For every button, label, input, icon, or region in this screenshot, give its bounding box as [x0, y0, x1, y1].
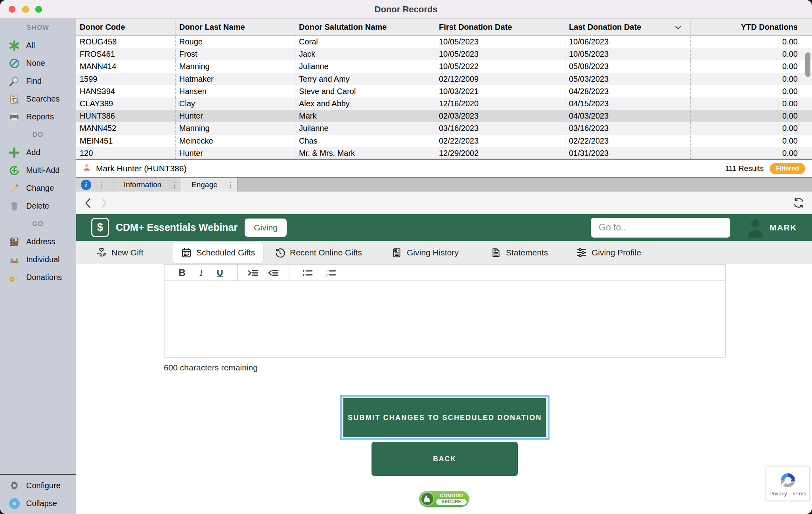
table-row-1599[interactable]: 1599HatmakerTerry and Amy02/12/200905/03…: [76, 73, 812, 85]
username-label[interactable]: MARK: [770, 223, 797, 232]
comodo-secure-badge[interactable]: COMODO SECURE: [419, 491, 469, 507]
cell-last[interactable]: Manning: [175, 60, 295, 73]
user-avatar[interactable]: [746, 218, 764, 238]
back-nav-icon[interactable]: [83, 197, 94, 209]
cell-first_date[interactable]: 10/05/2023: [435, 48, 565, 60]
sidebar-item-searches[interactable]: Searches: [0, 90, 76, 108]
column-header-donor-salutation-name[interactable]: Donor Salutation Name: [295, 19, 435, 35]
refresh-icon[interactable]: [793, 197, 805, 209]
cell-last[interactable]: Hatmaker: [175, 73, 295, 85]
cell-salutation[interactable]: Julianne: [295, 60, 435, 73]
info-tab[interactable]: i ⋮: [76, 178, 113, 192]
recaptcha-badge[interactable]: Privacy - Terms: [766, 467, 810, 501]
cell-first_date[interactable]: 03/16/2023: [435, 122, 565, 134]
cell-salutation[interactable]: Steve and Carol: [295, 85, 435, 98]
cell-last_date[interactable]: 01/31/2023: [565, 147, 690, 159]
cell-last[interactable]: Hunter: [175, 110, 295, 122]
giving-tab-giving-profile[interactable]: Giving Profile: [576, 241, 641, 264]
cell-ytd[interactable]: 0.00: [690, 147, 802, 159]
message-textarea[interactable]: [164, 280, 726, 358]
giving-tab-new-gift[interactable]: New Gift: [96, 241, 144, 264]
goto-search-input[interactable]: [591, 218, 730, 238]
kebab-menu-icon[interactable]: ⋮: [98, 181, 105, 189]
giving-badge[interactable]: Giving: [245, 219, 287, 237]
cell-first_date[interactable]: 10/03/2021: [435, 85, 565, 98]
cell-ytd[interactable]: 0.00: [690, 60, 802, 73]
cell-salutation[interactable]: Mr. & Mrs. Mark: [295, 147, 435, 159]
cell-salutation[interactable]: Alex and Abby: [295, 98, 435, 110]
cell-first_date[interactable]: 12/29/2002: [435, 147, 565, 159]
cell-ytd[interactable]: 0.00: [690, 122, 802, 134]
sidebar-item-configure[interactable]: Configure: [0, 477, 76, 495]
back-button[interactable]: BACK: [372, 442, 518, 476]
table-row-roug458[interactable]: ROUG458RougeCoral10/05/202310/06/20230.0…: [76, 36, 812, 48]
cell-last_date[interactable]: 10/06/2023: [565, 36, 690, 48]
record-tab-engage[interactable]: Engage⋮: [181, 178, 237, 192]
cell-first_date[interactable]: 12/16/2020: [435, 98, 565, 110]
cell-salutation[interactable]: Jack: [295, 48, 435, 60]
cell-ytd[interactable]: 0.00: [690, 48, 802, 60]
forward-nav-icon[interactable]: [98, 197, 109, 209]
cell-ytd[interactable]: 0.00: [690, 135, 802, 147]
indent-icon[interactable]: [248, 269, 259, 277]
cell-first_date[interactable]: 10/05/2022: [435, 60, 565, 73]
giving-tab-scheduled-gifts[interactable]: Scheduled Gifts: [172, 242, 263, 263]
cell-ytd[interactable]: 0.00: [690, 110, 802, 122]
cell-code[interactable]: MANN452: [76, 122, 175, 134]
table-row-120[interactable]: 120HunterMr. & Mrs. Mark12/29/200201/31/…: [76, 147, 812, 159]
giving-tab-giving-history[interactable]: Giving History: [391, 241, 459, 264]
sidebar-item-find[interactable]: Find: [0, 72, 76, 90]
sidebar-item-none[interactable]: None: [0, 54, 76, 72]
table-row-mann414[interactable]: MANN414ManningJulianne10/05/202205/08/20…: [76, 60, 812, 73]
table-row-fros461[interactable]: FROS461FrostJack10/05/202310/05/20230.00: [76, 48, 812, 60]
numbered-list-icon[interactable]: 23: [326, 269, 336, 277]
record-tab-information[interactable]: Information⋮: [113, 178, 181, 192]
table-row-hunt386[interactable]: HUNT386HunterMark02/03/202304/03/20230.0…: [76, 110, 812, 122]
cell-salutation[interactable]: Mark: [295, 110, 435, 122]
cell-last_date[interactable]: 10/05/2023: [565, 48, 690, 60]
cell-last[interactable]: Manning: [175, 122, 295, 134]
cell-code[interactable]: HANS394: [76, 85, 175, 98]
table-row-mann452[interactable]: MANN452ManningJuilanne03/16/202303/16/20…: [76, 122, 812, 134]
cell-last_date[interactable]: 04/28/2023: [565, 85, 690, 98]
kebab-menu-icon[interactable]: ⋮: [227, 181, 234, 189]
cell-last[interactable]: Frost: [175, 48, 295, 60]
cell-salutation[interactable]: Juilanne: [295, 122, 435, 134]
column-header-last-donation-date[interactable]: Last Donation Date: [565, 19, 690, 35]
cell-last_date[interactable]: 02/22/2023: [565, 135, 690, 147]
column-header-first-donation-date[interactable]: First Donation Date: [435, 19, 565, 35]
cell-first_date[interactable]: 10/05/2023: [435, 36, 565, 48]
sidebar-item-add[interactable]: Add: [0, 144, 76, 161]
sidebar-item-donations[interactable]: Donations: [0, 269, 76, 286]
cell-last_date[interactable]: 05/08/2023: [565, 60, 690, 73]
cell-last_date[interactable]: 05/03/2023: [565, 73, 690, 85]
sidebar-item-change[interactable]: Change: [0, 179, 76, 197]
filtered-badge[interactable]: Filtered: [770, 163, 805, 174]
column-header-donor-code[interactable]: Donor Code: [76, 19, 175, 35]
cell-last[interactable]: Hunter: [175, 147, 295, 159]
sidebar-item-reports[interactable]: Reports: [0, 108, 76, 126]
giving-tab-recent-online-gifts[interactable]: Recent Online Gifts: [274, 241, 362, 264]
cell-salutation[interactable]: Chas: [295, 135, 435, 147]
sidebar-item-delete[interactable]: Delete: [0, 197, 76, 215]
cell-ytd[interactable]: 0.00: [690, 98, 802, 110]
underline-button[interactable]: U: [217, 268, 223, 278]
cell-last[interactable]: Rouge: [175, 36, 295, 48]
table-row-mein451[interactable]: MEIN451MeineckeChas02/22/202302/22/20230…: [76, 135, 812, 147]
cell-first_date[interactable]: 02/03/2023: [435, 110, 565, 122]
column-header-ytd-donations[interactable]: YTD Donations: [690, 19, 802, 35]
table-row-clay389[interactable]: CLAY389ClayAlex and Abby12/16/202004/15/…: [76, 98, 812, 110]
cell-code[interactable]: HUNT386: [76, 110, 175, 122]
italic-button[interactable]: I: [199, 267, 203, 278]
cell-salutation[interactable]: Terry and Amy: [295, 73, 435, 85]
cell-first_date[interactable]: 02/22/2023: [435, 135, 565, 147]
cell-last_date[interactable]: 04/03/2023: [565, 110, 690, 122]
sidebar-item-individual[interactable]: Individual: [0, 251, 76, 269]
sidebar-item-address[interactable]: Address: [0, 233, 76, 251]
cell-last[interactable]: Clay: [175, 98, 295, 110]
sidebar-item-all[interactable]: All: [0, 36, 76, 54]
cell-last_date[interactable]: 03/16/2023: [565, 122, 690, 134]
cell-ytd[interactable]: 0.00: [690, 73, 802, 85]
sort-chevron-down-icon[interactable]: [675, 23, 682, 32]
bold-button[interactable]: B: [178, 267, 185, 278]
